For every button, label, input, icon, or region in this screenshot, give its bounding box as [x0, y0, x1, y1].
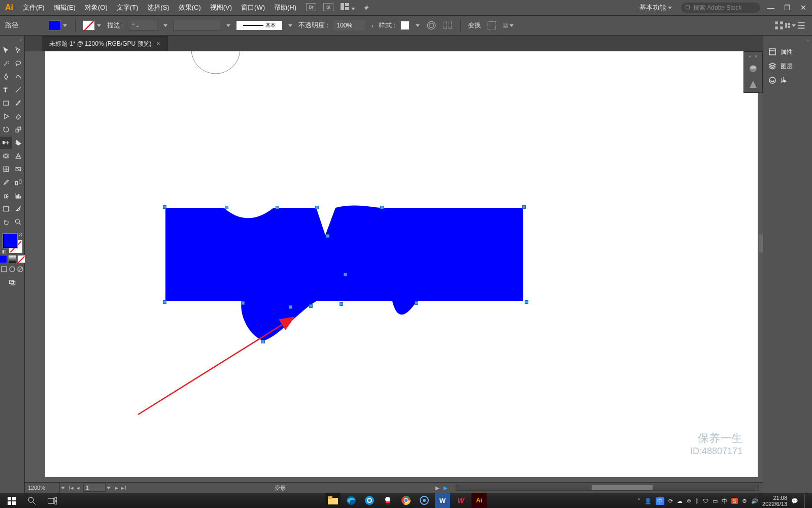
anchor-handle[interactable]: [315, 206, 319, 209]
menu-file[interactable]: 文件(F): [18, 0, 49, 15]
selection-tool[interactable]: [0, 44, 12, 56]
prev-artboard-button[interactable]: ◂: [75, 485, 81, 491]
color-mode-gradient[interactable]: [8, 255, 16, 263]
playback-next-icon[interactable]: ▶: [443, 485, 449, 491]
opacity-popup-arrow[interactable]: ›: [371, 22, 373, 29]
slice-tool[interactable]: [12, 203, 24, 215]
change-screen-mode[interactable]: [6, 276, 18, 289]
symbol-sprayer-tool[interactable]: [0, 189, 12, 202]
tray-onedrive-icon[interactable]: ☁: [677, 498, 683, 504]
brush-definition[interactable]: 基本: [236, 21, 282, 30]
task-view-button[interactable]: [43, 493, 62, 508]
notifications-icon[interactable]: 💬: [791, 498, 798, 504]
eyedropper-tool[interactable]: [0, 176, 12, 188]
transform-panel-icon[interactable]: [486, 20, 497, 31]
fill-swatch[interactable]: [49, 20, 61, 30]
document-tab[interactable]: 未标题-1* @ 1200% (RGB/GPU 预览) ×: [42, 36, 168, 51]
ime-indicator-2[interactable]: 中: [722, 497, 727, 505]
tray-weather-icon[interactable]: ❄: [687, 498, 691, 504]
isolate-icon[interactable]: [502, 20, 514, 31]
qq-app[interactable]: [380, 493, 395, 508]
type-tool[interactable]: T: [0, 84, 12, 96]
screen-mode-present-icon[interactable]: [17, 266, 24, 273]
mesh-tool[interactable]: [0, 163, 12, 175]
color-mode-none[interactable]: [17, 255, 25, 263]
bridge-icon[interactable]: Br: [306, 3, 316, 11]
panel-collapse-icon[interactable]: «: [749, 54, 752, 59]
properties-panel-button[interactable]: 属性: [763, 45, 812, 59]
screen-mode-normal-icon[interactable]: [1, 266, 8, 273]
opacity-field[interactable]: 100%: [333, 20, 365, 30]
search-button[interactable]: [22, 493, 42, 508]
zoom-level-field[interactable]: 1200%: [25, 483, 60, 493]
menu-window[interactable]: 窗口(W): [236, 0, 269, 15]
collapsed-color-panel[interactable]: «×: [743, 51, 763, 93]
anchor-handle[interactable]: [225, 206, 228, 209]
stroke-weight-dropdown[interactable]: [162, 22, 168, 29]
anchor-handle[interactable]: [163, 205, 166, 209]
width-tool[interactable]: [0, 137, 12, 149]
recolor-icon[interactable]: [426, 20, 437, 31]
workspace-switcher[interactable]: 基本功能: [635, 3, 676, 13]
artboard-number-field[interactable]: 1: [83, 484, 106, 492]
curvature-tool[interactable]: [12, 71, 24, 83]
window-close-button[interactable]: ✕: [798, 2, 809, 13]
align-icon[interactable]: [442, 20, 453, 31]
tray-shield-icon[interactable]: 🛡: [703, 498, 708, 504]
anchor-handle[interactable]: [522, 205, 526, 209]
scale-tool[interactable]: [12, 123, 24, 136]
next-artboard-button[interactable]: ▸: [114, 485, 120, 491]
window-minimize-button[interactable]: ―: [765, 2, 776, 13]
direct-selection-tool[interactable]: [12, 44, 24, 56]
lasso-tool[interactable]: [12, 57, 24, 70]
artboard-dropdown[interactable]: [106, 484, 112, 491]
anchor-handle[interactable]: [380, 206, 384, 209]
magic-wand-tool[interactable]: [0, 57, 12, 70]
window-restore-button[interactable]: ❐: [782, 2, 793, 13]
menu-view[interactable]: 视图(V): [206, 0, 236, 15]
graphic-style-swatch[interactable]: [400, 21, 410, 30]
screen-mode-full-icon[interactable]: [9, 266, 16, 273]
search-stock-input[interactable]: 搜索 Adobe Stock: [681, 3, 760, 13]
vertical-scrollbar[interactable]: [759, 234, 763, 252]
menu-type[interactable]: 文字(T): [112, 0, 143, 15]
anchor-handle[interactable]: [276, 206, 279, 209]
gpu-icon[interactable]: ✦: [362, 3, 369, 13]
file-explorer-app[interactable]: [325, 493, 341, 508]
zoom-dropdown[interactable]: [60, 484, 66, 491]
list-icon[interactable]: [796, 20, 807, 31]
pen-tool[interactable]: [0, 71, 12, 83]
tray-volume-icon[interactable]: 🔊: [751, 498, 758, 504]
shape-builder-tool[interactable]: [0, 150, 12, 162]
default-fill-stroke-icon[interactable]: ◧: [2, 249, 7, 254]
color-mode-solid[interactable]: [0, 255, 7, 263]
fill-color-indicator[interactable]: [3, 234, 17, 248]
stroke-dropdown[interactable]: [96, 22, 102, 29]
illustrator-app[interactable]: Ai: [471, 493, 487, 508]
tray-bluetooth-icon[interactable]: ᛒ: [695, 498, 699, 504]
anchor-handle[interactable]: [525, 300, 528, 304]
style-dropdown[interactable]: [415, 22, 421, 29]
line-tool[interactable]: [12, 84, 24, 96]
eraser-tool[interactable]: [12, 110, 24, 122]
grid-view-icon[interactable]: [773, 20, 785, 31]
swap-fill-stroke-icon[interactable]: ⤭: [18, 232, 22, 237]
zoom-tool[interactable]: [12, 216, 24, 228]
stroke-profile-field[interactable]: [174, 20, 220, 31]
tray-sync-icon[interactable]: ⟳: [668, 498, 673, 504]
fill-stroke-control[interactable]: ⤭ ◧: [2, 233, 22, 253]
horizontal-scrollbar[interactable]: [456, 485, 759, 491]
tab-close-button[interactable]: ×: [157, 40, 160, 47]
menu-object[interactable]: 对象(O): [80, 0, 112, 15]
tray-expand-icon[interactable]: ˄: [637, 498, 640, 504]
center-handle[interactable]: [344, 273, 347, 276]
right-panel-collapse-icon[interactable]: »: [806, 38, 809, 43]
playback-prev-icon[interactable]: ▶: [434, 485, 441, 491]
anchor-handle[interactable]: [241, 301, 245, 305]
layers-panel-button[interactable]: 图层: [763, 59, 812, 73]
tray-settings-icon[interactable]: ⚙: [742, 498, 747, 504]
shaper-tool[interactable]: [0, 110, 12, 122]
wps-app[interactable]: W: [453, 493, 468, 508]
graph-tool[interactable]: [12, 189, 24, 202]
ime-indicator-1[interactable]: 中: [656, 497, 664, 505]
